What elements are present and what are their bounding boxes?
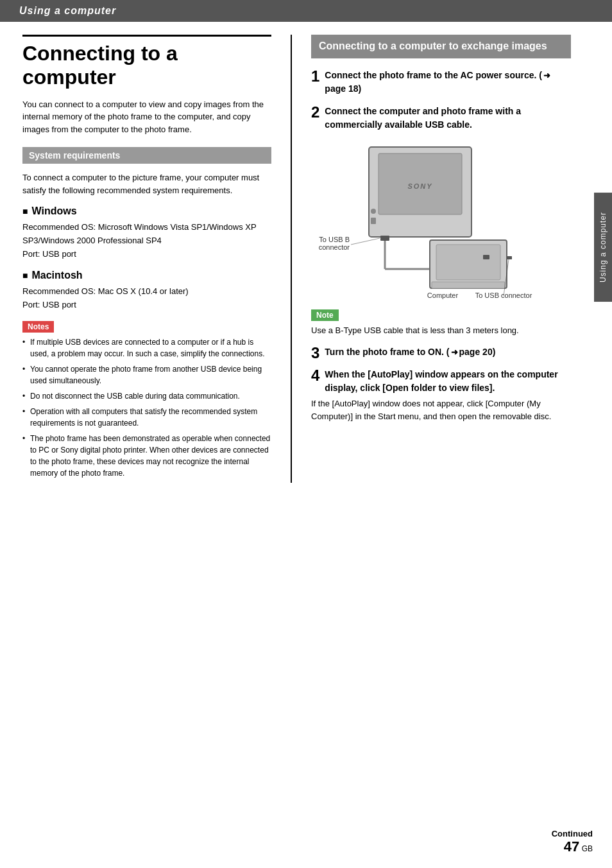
intro-text: You can connect to a computer to view an… — [22, 98, 271, 136]
main-title: Connecting to a computer — [22, 35, 271, 89]
windows-title: Windows — [22, 205, 271, 217]
step-1-number: 1 — [311, 69, 319, 84]
note-label: Note — [311, 309, 339, 321]
side-tab: Using a computer — [594, 193, 612, 302]
svg-rect-14 — [432, 282, 505, 288]
svg-rect-4 — [371, 218, 376, 224]
left-column: Connecting to a computer You can connect… — [0, 35, 292, 483]
svg-point-3 — [371, 209, 376, 214]
note-section: Note Use a B-Type USB cable that is less… — [311, 309, 571, 337]
svg-rect-15 — [507, 256, 512, 259]
step-2-number: 2 — [311, 105, 319, 120]
svg-rect-5 — [380, 236, 389, 241]
svg-text:connector: connector — [319, 243, 350, 251]
list-item: Do not disconnect the USB cable during d… — [22, 390, 271, 402]
step-3: 3 Turn the photo frame to ON. (➜page 20) — [311, 345, 571, 359]
system-req-header: System requirements — [22, 147, 271, 164]
note-text: Use a B-Type USB cable that is less than… — [311, 324, 571, 337]
page-number: 47 GB — [552, 838, 593, 855]
notes-label: Notes — [22, 321, 54, 333]
step-4: 4 When the [AutoPlay] window appears on … — [311, 368, 571, 422]
list-item: The photo frame has been demonstrated as… — [22, 433, 271, 479]
main-content: Connecting to a computer You can connect… — [0, 22, 612, 496]
right-column: Connecting to a computer to exchange ima… — [292, 35, 584, 483]
notes-list: If multiple USB devices are connected to… — [22, 336, 271, 479]
svg-text:To USB B: To USB B — [319, 236, 350, 243]
svg-rect-16 — [483, 255, 489, 259]
list-item: If multiple USB devices are connected to… — [22, 336, 271, 360]
step-1: 1 Connect the photo frame to the AC powe… — [311, 69, 571, 96]
system-req-text: To connect a computer to the picture fra… — [22, 171, 271, 196]
step-3-text: Turn the photo frame to ON. (➜page 20) — [325, 345, 571, 359]
mac-details: Recommended OS: Mac OS X (10.4 or later)… — [22, 285, 271, 312]
list-item: Operation with all computers that satisf… — [22, 406, 271, 429]
mac-title: Macintosh — [22, 270, 271, 281]
svg-text:Computer: Computer — [427, 291, 459, 299]
step-4-text: When the [AutoPlay] window appears on th… — [325, 368, 571, 395]
page-header: Using a computer — [0, 0, 612, 22]
arrow-icon: ➜ — [543, 69, 550, 82]
arrow-icon-2: ➜ — [451, 346, 458, 359]
step-3-number: 3 — [311, 345, 319, 361]
step-2-text: Connect the computer and photo frame wit… — [325, 105, 571, 132]
page-footer: Continued 47 GB — [552, 829, 593, 855]
usb-diagram-svg: SONY To USB B connector — [311, 141, 555, 301]
svg-rect-13 — [436, 245, 500, 280]
header-title: Using a computer — [19, 5, 116, 16]
usb-diagram: SONY To USB B connector — [311, 141, 571, 303]
step-4-number: 4 — [311, 368, 319, 383]
svg-text:SONY: SONY — [407, 182, 432, 190]
step-4-sub-text: If the [AutoPlay] window does not appear… — [311, 397, 571, 422]
right-section-header: Connecting to a computer to exchange ima… — [311, 35, 571, 58]
step-1-text: Connect the photo frame to the AC power … — [325, 69, 571, 96]
windows-details: Recommended OS: Microsoft Windows Vista … — [22, 221, 271, 261]
list-item: You cannot operate the photo frame from … — [22, 363, 271, 386]
svg-line-11 — [351, 238, 380, 245]
continued-label: Continued — [552, 829, 593, 838]
step-2: 2 Connect the computer and photo frame w… — [311, 105, 571, 132]
